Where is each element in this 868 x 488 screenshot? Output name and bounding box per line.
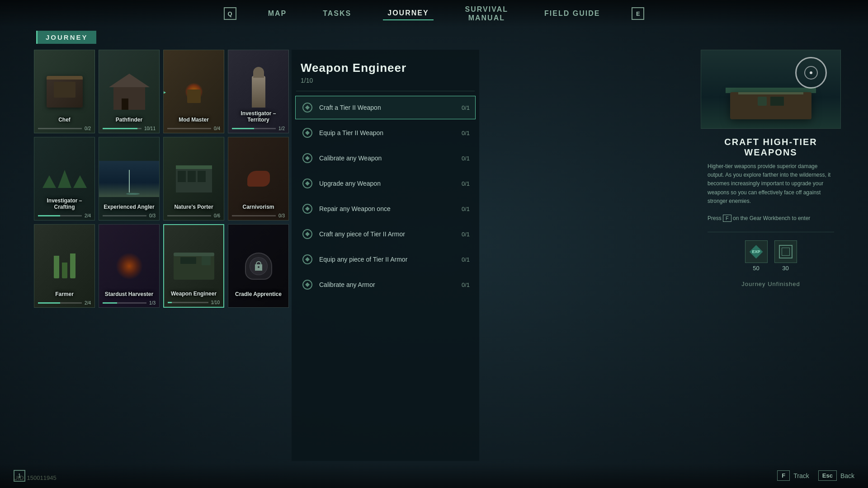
- modmaster-progress: 0/4: [167, 126, 220, 131]
- task-header: Weapon Engineer 1/10: [292, 50, 479, 91]
- back-control[interactable]: Esc Back: [818, 470, 854, 481]
- nav-survival-manual[interactable]: SURVIVAL MANUAL: [461, 3, 513, 24]
- task-icon-5: [301, 202, 314, 215]
- pathfinder-label: Pathfinder: [99, 117, 159, 123]
- building-art: [176, 165, 212, 192]
- task-count-5: 0/1: [462, 206, 470, 212]
- stardust-harvester-progress: 1/3: [103, 300, 156, 305]
- nav-field-guide[interactable]: FIELD GUIDE: [540, 7, 604, 20]
- task-icon-3: [301, 152, 314, 164]
- back-key: Esc: [818, 470, 837, 481]
- info-description: Higher-tier weapons provide superior dam…: [701, 162, 841, 227]
- bp-value: 30: [782, 265, 788, 272]
- task-count-2: 0/1: [462, 130, 470, 136]
- grid-item-investigator-crafting[interactable]: Investigator –Crafting 2/4: [34, 137, 95, 221]
- rewards-row: EXP 50 30: [701, 237, 841, 275]
- water-scene: [99, 161, 159, 197]
- grid-item-pathfinder[interactable]: Pathfinder 10/11: [99, 50, 160, 133]
- chef-progress: 0/2: [38, 126, 91, 131]
- task-subtitle: 1/10: [301, 77, 470, 84]
- bottom-right-controls: F Track Esc Back: [777, 470, 854, 481]
- meat-art: [247, 171, 270, 187]
- experienced-angler-progress: 0/3: [103, 213, 156, 218]
- task-count-8: 0/1: [462, 282, 470, 288]
- task-label-1: Craft a Tier II Weapon: [319, 104, 457, 111]
- task-row-repair-weapon[interactable]: Repair any Weapon once 0/1: [295, 197, 476, 221]
- nav-map[interactable]: MAP: [264, 7, 292, 20]
- task-icon-4: [301, 177, 314, 190]
- task-label-5: Repair any Weapon once: [319, 205, 457, 212]
- task-row-craft-tier2-weapon[interactable]: Craft a Tier II Weapon 0/1: [295, 96, 476, 119]
- q-key[interactable]: Q: [224, 7, 236, 20]
- task-icon-2: [301, 127, 314, 139]
- task-icon-1: [301, 101, 314, 114]
- task-row-craft-tier2-armor[interactable]: Craft any piece of Tier II Armor 0/1: [295, 222, 476, 246]
- bp-square-icon: [779, 245, 793, 258]
- info-panel: CRAFT HIGH-TIER WEAPONS Higher-tier weap…: [701, 50, 841, 461]
- e-key[interactable]: E: [632, 7, 644, 20]
- task-row-equip-tier2-armor[interactable]: Equip any piece of Tier II Armor 0/1: [295, 248, 476, 271]
- forest-art: [42, 170, 87, 188]
- grid-item-stardust-harvester[interactable]: Stardust Harvester 1/3: [99, 224, 160, 308]
- reward-bp: 30: [774, 240, 797, 272]
- grid-item-experienced-angler[interactable]: Experienced Angler 0/3: [99, 137, 160, 221]
- task-count-3: 0/1: [462, 155, 470, 162]
- lock-icon: [253, 261, 264, 272]
- grid-item-modmaster[interactable]: ▶ Mod Master 0/4: [163, 50, 224, 133]
- cradle-apprentice-label: Cradle Apprentice: [228, 291, 288, 297]
- journey-section-label: JOURNEY: [36, 31, 96, 44]
- task-list: Craft a Tier II Weapon 0/1 Equip a Tier …: [292, 96, 479, 296]
- house-art: [109, 74, 150, 110]
- farm-art: [54, 253, 75, 278]
- workbench-table: [730, 92, 811, 119]
- task-row-calibrate-armor[interactable]: Calibrate any Armor 0/1: [295, 273, 476, 296]
- nav-tasks[interactable]: TASKS: [318, 7, 356, 20]
- task-label-4: Upgrade any Weapon: [319, 180, 457, 187]
- info-separator: [708, 232, 834, 232]
- task-count-7: 0/1: [462, 256, 470, 263]
- task-label-7: Equip any piece of Tier II Armor: [319, 256, 457, 263]
- grid-item-weapon-engineer[interactable]: Weapon Engineer 1/10: [163, 224, 224, 308]
- grid-item-cradle-apprentice[interactable]: Cradle Apprentice: [228, 224, 289, 308]
- grid-item-natures-porter[interactable]: Nature's Porter 0/6: [163, 137, 224, 221]
- journey-grid: Chef 0/2 Pathfinder 10/11 ▶: [34, 50, 316, 461]
- task-row-upgrade-weapon[interactable]: Upgrade any Weapon 0/1: [295, 172, 476, 195]
- grid-item-farmer[interactable]: Farmer 2/4: [34, 224, 95, 308]
- investigator-territory-progress: 1/2: [232, 126, 285, 131]
- bp-icon-container: [774, 240, 797, 263]
- weapon-engineer-label: Weapon Engineer: [164, 291, 223, 297]
- task-icon-8: [301, 278, 314, 291]
- bp-inner-icon: [782, 248, 790, 256]
- natures-porter-label: Nature's Porter: [164, 204, 224, 210]
- farmer-progress: 2/4: [38, 300, 91, 305]
- task-icon-6: [301, 228, 314, 240]
- reward-exp: EXP 50: [745, 240, 768, 272]
- grid-item-carnivorism[interactable]: Carnivorism 0/3: [228, 137, 289, 221]
- task-panel: Weapon Engineer 1/10 Craft a Tier II Wea…: [292, 50, 479, 461]
- grid-container: Chef 0/2 Pathfinder 10/11 ▶: [34, 50, 316, 312]
- explosion-art: [116, 253, 143, 280]
- investigator-crafting-label: Investigator –Crafting: [34, 197, 94, 210]
- task-title: Weapon Engineer: [301, 61, 470, 75]
- task-row-calibrate-weapon[interactable]: Calibrate any Weapon 0/1: [295, 146, 476, 170]
- investigator-territory-label: Investigator –Territory: [228, 110, 288, 123]
- track-control[interactable]: F Track: [777, 470, 809, 481]
- nav-journey[interactable]: JOURNEY: [383, 7, 433, 20]
- investigator-crafting-progress: 2/4: [38, 213, 91, 218]
- task-label-8: Calibrate any Armor: [319, 281, 457, 288]
- track-key: F: [777, 470, 790, 481]
- natures-porter-progress: 0/6: [167, 213, 220, 218]
- journey-status: Journey Unfinished: [701, 275, 841, 293]
- grid-item-investigator-territory[interactable]: Investigator –Territory 1/2: [228, 50, 289, 133]
- back-label: Back: [840, 472, 854, 479]
- task-count-6: 0/1: [462, 231, 470, 238]
- pathfinder-progress: 10/11: [103, 126, 156, 131]
- info-craft-title: CRAFT HIGH-TIER WEAPONS: [701, 129, 841, 162]
- task-row-equip-tier2-weapon[interactable]: Equip a Tier II Weapon 0/1: [295, 121, 476, 145]
- grid-item-chef[interactable]: Chef 0/2: [34, 50, 95, 133]
- chef-art: [47, 76, 83, 108]
- bottom-bar: UID: 150011945 1 F Track Esc Back: [0, 463, 868, 488]
- stardust-harvester-label: Stardust Harvester: [99, 291, 159, 297]
- desk-art: [174, 253, 214, 280]
- carnivorism-progress: 0/3: [232, 213, 285, 218]
